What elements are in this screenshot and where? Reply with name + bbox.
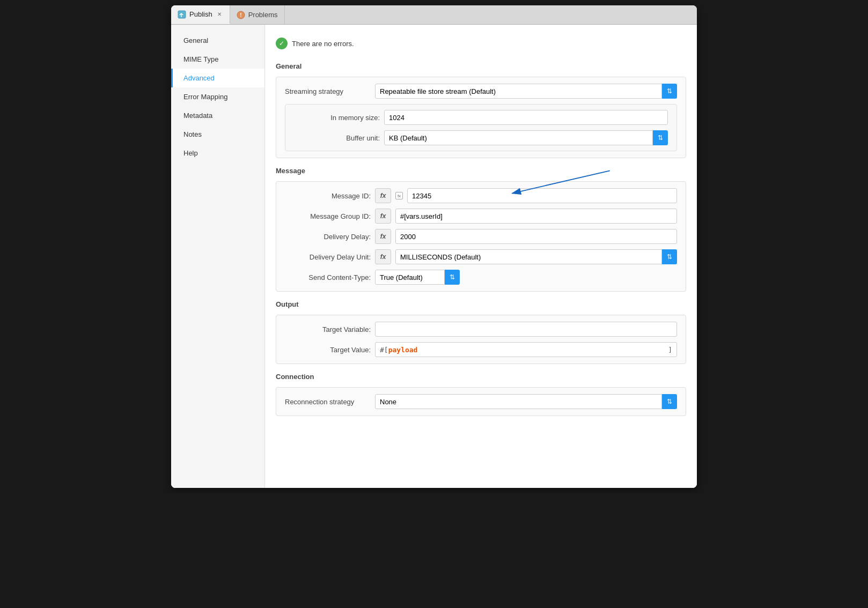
target-value-content: payload — [388, 346, 418, 354]
publish-tab-label: Publish — [189, 10, 212, 18]
problems-tab-icon: ! — [237, 11, 245, 19]
reconnection-strategy-row: Reconnection strategy None ⇅ — [285, 394, 677, 409]
send-content-type-select[interactable]: True (Default) — [375, 270, 445, 285]
connection-section-body: Reconnection strategy None ⇅ — [276, 387, 686, 416]
message-group-id-input[interactable] — [395, 209, 677, 224]
main-content: General MIME Type Advanced Error Mapping… — [171, 25, 697, 488]
message-section-title: Message — [276, 167, 686, 175]
delivery-delay-unit-select-wrapper: MILLISECONDS (Default) ⇅ — [395, 249, 677, 264]
connection-section-title: Connection — [276, 373, 686, 381]
buffer-unit-label: Buffer unit: — [294, 134, 380, 142]
delivery-delay-unit-row: Delivery Delay Unit: fx MILLISECONDS (De… — [285, 249, 677, 264]
problems-tab-label: Problems — [248, 11, 278, 19]
message-id-input[interactable] — [407, 188, 677, 203]
output-section-body: Target Variable: Target Value: #[ payloa… — [276, 315, 686, 364]
reconnection-strategy-label: Reconnection strategy — [285, 398, 371, 406]
in-memory-size-row: In memory size: — [294, 110, 668, 125]
delivery-delay-fx-btn[interactable]: fx — [375, 229, 391, 244]
buffer-unit-select-wrapper: KB (Default) ⇅ — [384, 130, 668, 145]
status-bar: ✓ There are no errors. — [276, 33, 686, 54]
buffer-unit-select[interactable]: KB (Default) — [384, 130, 653, 145]
output-section-title: Output — [276, 300, 686, 308]
delivery-delay-unit-fx-btn[interactable]: fx — [375, 249, 391, 264]
message-id-fx-icon: fx — [395, 192, 403, 199]
reconnection-strategy-select-wrapper: None ⇅ — [375, 394, 677, 409]
target-value-suffix: ] — [668, 346, 672, 354]
streaming-strategy-label: Streaming strategy — [285, 87, 371, 95]
sidebar: General MIME Type Advanced Error Mapping… — [171, 25, 265, 488]
send-content-type-row: Send Content-Type: True (Default) ⇅ — [285, 270, 677, 285]
message-id-row: Message ID: fx fx — [285, 188, 677, 203]
sidebar-item-general[interactable]: General — [171, 31, 264, 50]
target-value-row: Target Value: #[ payload ] — [285, 342, 677, 357]
in-memory-size-label: In memory size: — [294, 114, 380, 122]
streaming-strategy-row: Streaming strategy Repeatable file store… — [285, 84, 677, 99]
sidebar-item-notes[interactable]: Notes — [171, 125, 264, 144]
status-icon: ✓ — [276, 38, 288, 49]
buffer-unit-row: Buffer unit: KB (Default) ⇅ — [294, 130, 668, 145]
sidebar-item-advanced[interactable]: Advanced — [171, 69, 264, 87]
streaming-strategy-select[interactable]: Repeatable file store stream (Default) — [375, 84, 662, 99]
general-section-body: Streaming strategy Repeatable file store… — [276, 77, 686, 158]
delivery-delay-unit-label: Delivery Delay Unit: — [285, 253, 371, 261]
publish-tab-close[interactable]: ✕ — [216, 11, 223, 18]
target-value-display[interactable]: #[ payload ] — [375, 342, 677, 357]
delivery-delay-unit-btn[interactable]: ⇅ — [662, 249, 677, 264]
sidebar-item-help[interactable]: Help — [171, 144, 264, 162]
status-text: There are no errors. — [292, 40, 354, 48]
general-section: General Streaming strategy Repeatable fi… — [276, 62, 686, 158]
sidebar-item-error-mapping[interactable]: Error Mapping — [171, 87, 264, 106]
main-window: Publish ✕ ! Problems General MIME Type — [171, 5, 697, 488]
tab-publish[interactable]: Publish ✕ — [171, 5, 230, 24]
reconnection-strategy-btn[interactable]: ⇅ — [662, 394, 677, 409]
message-group-id-row: Message Group ID: fx — [285, 209, 677, 224]
message-group-id-fx-btn[interactable]: fx — [375, 209, 391, 224]
message-group-id-label: Message Group ID: — [285, 212, 371, 220]
reconnection-strategy-select[interactable]: None — [375, 394, 662, 409]
delivery-delay-input[interactable] — [395, 229, 677, 244]
in-memory-size-input[interactable] — [384, 110, 668, 125]
message-section-body: Message ID: fx fx Message Group ID: fx D… — [276, 181, 686, 292]
streaming-strategy-btn[interactable]: ⇅ — [662, 84, 677, 99]
delivery-delay-unit-select[interactable]: MILLISECONDS (Default) — [395, 249, 662, 264]
send-content-type-btn[interactable]: ⇅ — [445, 270, 460, 285]
send-content-type-label: Send Content-Type: — [285, 273, 371, 281]
streaming-strategy-select-wrapper: Repeatable file store stream (Default) ⇅ — [375, 84, 677, 99]
delivery-delay-label: Delivery Delay: — [285, 233, 371, 241]
connection-section: Connection Reconnection strategy None ⇅ — [276, 373, 686, 416]
message-id-fx-btn[interactable]: fx — [375, 188, 391, 203]
streaming-nested-section: In memory size: Buffer unit: KB (Default… — [285, 104, 677, 151]
target-value-prefix: #[ — [380, 346, 388, 354]
target-variable-label: Target Variable: — [285, 325, 371, 333]
tab-bar: Publish ✕ ! Problems — [171, 5, 697, 25]
output-section: Output Target Variable: Target Value: #[… — [276, 300, 686, 364]
content-area: ✓ There are no errors. General Streaming… — [265, 25, 697, 488]
svg-text:!: ! — [240, 12, 241, 18]
tab-problems[interactable]: ! Problems — [230, 5, 285, 24]
delivery-delay-row: Delivery Delay: fx — [285, 229, 677, 244]
general-section-title: General — [276, 62, 686, 70]
message-id-label: Message ID: — [285, 192, 371, 200]
sidebar-item-mime-type[interactable]: MIME Type — [171, 50, 264, 69]
target-value-label: Target Value: — [285, 346, 371, 354]
buffer-unit-btn[interactable]: ⇅ — [653, 130, 668, 145]
sidebar-item-metadata[interactable]: Metadata — [171, 106, 264, 125]
send-content-type-wrapper: True (Default) ⇅ — [375, 270, 460, 285]
target-variable-row: Target Variable: — [285, 322, 677, 337]
message-section: Message Message ID: fx fx Message Group … — [276, 167, 686, 292]
publish-tab-icon — [178, 10, 186, 19]
target-variable-input[interactable] — [375, 322, 677, 337]
